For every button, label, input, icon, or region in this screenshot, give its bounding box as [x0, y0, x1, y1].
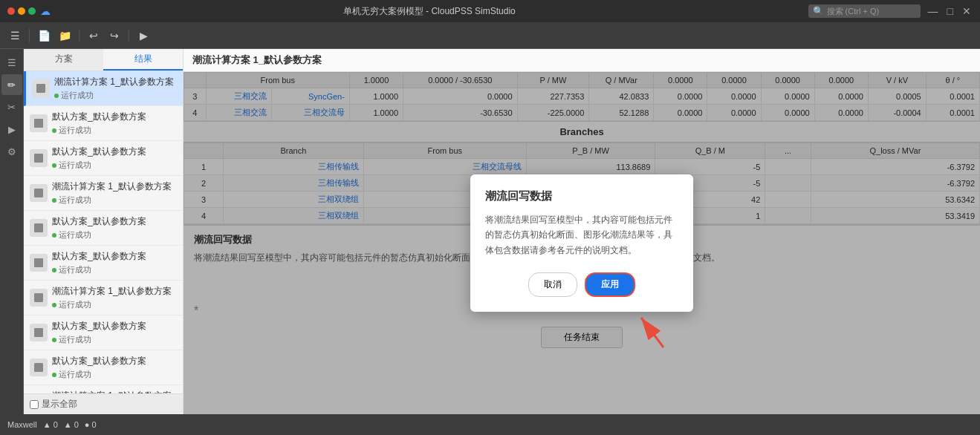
- tab-plan[interactable]: 方案: [24, 49, 103, 71]
- content-body: From bus 1.0000 0.0000 / -30.6530 P / MW…: [184, 72, 980, 414]
- open-button[interactable]: 📁: [56, 27, 74, 45]
- modal-title: 潮流回写数据: [485, 189, 678, 203]
- status-left: Maxwell ▲ 0 ▲ 0 ● 0: [7, 420, 97, 429]
- sidebar-item-status-3: 运行成功: [52, 194, 177, 206]
- search-bar[interactable]: 🔍: [808, 4, 921, 18]
- status-dot-7: [52, 338, 56, 342]
- status-dot-3: [52, 198, 56, 203]
- sidebar-item-1[interactable]: 默认方案_默认参数方案 运行成功: [24, 106, 183, 141]
- icon-bar: ☰ ✏ ✂ ▶ ⚙: [0, 49, 24, 414]
- sidebar-item-content-6: 潮流计算方案 1_默认参数方案 运行成功: [52, 285, 177, 310]
- sidebar-item-title-7: 默认方案_默认参数方案: [52, 320, 177, 333]
- sidebar-item-icon-0: [32, 79, 50, 97]
- icon-bar-scissors[interactable]: ✂: [1, 97, 22, 117]
- close-button[interactable]: ✕: [961, 5, 973, 17]
- status-dot-2: [52, 163, 56, 168]
- sidebar-item-icon-2: [30, 149, 48, 167]
- toolbar: ☰ 📄 📁 ↩ ↪ ▶: [0, 22, 980, 49]
- svg-rect-7: [34, 328, 43, 337]
- redo-button[interactable]: ↪: [106, 27, 123, 45]
- status-dot-6: [52, 303, 56, 307]
- sidebar-item-content-5: 默认方案_默认参数方案 运行成功: [52, 250, 177, 275]
- new-button[interactable]: 📄: [35, 27, 53, 45]
- svg-rect-5: [34, 258, 43, 267]
- title-bar-right: 🔍 — □ ✕: [808, 4, 973, 18]
- cancel-button[interactable]: 取消: [528, 272, 577, 297]
- sidebar-item-icon-7: [30, 324, 48, 341]
- sidebar-item-title-4: 默认方案_默认参数方案: [52, 215, 177, 228]
- sidebar-item-content-2: 默认方案_默认参数方案 运行成功: [52, 145, 177, 171]
- sidebar-item-content-8: 默认方案_默认参数方案 运行成功: [52, 355, 177, 380]
- sidebar-item-2[interactable]: 默认方案_默认参数方案 运行成功: [24, 141, 183, 176]
- sidebar-item-0[interactable]: 潮流计算方案 1_默认参数方案 运行成功: [24, 71, 183, 106]
- app-icon: ☁: [40, 5, 51, 17]
- sidebar-item-9[interactable]: 潮流计算方案 1_默认参数方案 运行成功: [24, 385, 183, 393]
- run-button[interactable]: ▶: [134, 27, 152, 45]
- sidebar-item-icon-4: [30, 219, 48, 237]
- close-dot[interactable]: [7, 7, 15, 15]
- badge-count-3: 0: [91, 420, 96, 429]
- maximize-dot[interactable]: [28, 7, 36, 15]
- menu-button[interactable]: ☰: [6, 27, 24, 45]
- content-header: 潮流计算方案 1_默认参数方案: [184, 49, 980, 72]
- sidebar-item-title-5: 默认方案_默认参数方案: [52, 250, 177, 263]
- sidebar-item-title-8: 默认方案_默认参数方案: [52, 355, 177, 367]
- sidebar-item-3[interactable]: 潮流计算方案 1_默认参数方案 运行成功: [24, 176, 183, 211]
- sidebar-item-title-0: 潮流计算方案 1_默认参数方案: [54, 76, 177, 88]
- sidebar-item-status-7: 运行成功: [52, 334, 177, 345]
- show-all-checkbox[interactable]: [30, 400, 39, 409]
- apply-button[interactable]: 应用: [585, 272, 635, 297]
- icon-bar-play[interactable]: ▶: [1, 119, 22, 140]
- modal-dialog: 潮流回写数据 将潮流结果回写至模型中，其内容可能包括元件的暂态仿真初始化断面、图…: [470, 174, 693, 312]
- sidebar-item-8[interactable]: 默认方案_默认参数方案 运行成功: [24, 350, 183, 385]
- svg-line-13: [641, 318, 663, 347]
- sidebar-item-5[interactable]: 默认方案_默认参数方案 运行成功: [24, 246, 183, 281]
- badge-icon-1: ▲: [43, 420, 51, 429]
- maximize-button[interactable]: □: [946, 5, 955, 17]
- modal-actions: 取消 应用: [485, 272, 678, 297]
- undo-button[interactable]: ↩: [85, 27, 103, 45]
- svg-rect-8: [34, 363, 43, 372]
- modal-description: 将潮流结果回写至模型中，其内容可能包括元件的暂态仿真初始化断面、图形化潮流结果等…: [485, 212, 678, 258]
- toolbar-sep-3: [129, 29, 129, 42]
- title-bar-left: ☁: [7, 5, 51, 17]
- icon-bar-menu[interactable]: ☰: [1, 52, 22, 73]
- main-layout: ☰ ✏ ✂ ▶ ⚙ 方案 结果 潮流计算方案 1_默认参数方案 运行成功: [0, 49, 980, 414]
- badge-icon-2: ▲: [64, 420, 72, 429]
- arrow-annotation: [626, 310, 671, 355]
- icon-bar-settings[interactable]: ⚙: [1, 141, 22, 162]
- status-dot-0: [54, 94, 59, 98]
- sidebar-item-content-1: 默认方案_默认参数方案 运行成功: [52, 111, 177, 136]
- badge-count-2: 0: [74, 420, 79, 429]
- sidebar-item-content-7: 默认方案_默认参数方案 运行成功: [52, 320, 177, 345]
- modal-overlay: 潮流回写数据 将潮流结果回写至模型中，其内容可能包括元件的暂态仿真初始化断面、图…: [184, 72, 980, 414]
- sidebar-item-7[interactable]: 默认方案_默认参数方案 运行成功: [24, 315, 183, 350]
- sidebar-item-icon-5: [30, 254, 48, 272]
- tab-result[interactable]: 结果: [103, 49, 183, 71]
- content-area: 潮流计算方案 1_默认参数方案 From bus 1.0000 0.0000 /…: [184, 49, 980, 414]
- sidebar-item-4[interactable]: 默认方案_默认参数方案 运行成功: [24, 211, 183, 246]
- badge-count-1: 0: [53, 420, 58, 429]
- toolbar-sep-1: [29, 29, 30, 42]
- status-dot-4: [52, 233, 56, 238]
- minimize-button[interactable]: —: [927, 5, 940, 17]
- icon-bar-edit[interactable]: ✏: [1, 74, 22, 95]
- window-controls: [7, 7, 36, 15]
- status-dot-8: [52, 373, 56, 377]
- svg-rect-3: [34, 189, 43, 197]
- sidebar-item-icon-8: [30, 359, 48, 376]
- sidebar-item-title-2: 默认方案_默认参数方案: [52, 145, 177, 158]
- status-badge-3: ● 0: [85, 420, 97, 429]
- sidebar-item-status-6: 运行成功: [52, 299, 177, 310]
- search-input[interactable]: [827, 7, 916, 16]
- sidebar-item-status-1: 运行成功: [52, 125, 177, 136]
- minimize-dot[interactable]: [18, 7, 25, 15]
- sidebar-item-title-6: 潮流计算方案 1_默认参数方案: [52, 285, 177, 298]
- window-title: 单机无穷大案例模型 - CloudPSS SimStudio: [343, 5, 516, 18]
- sidebar-item-icon-1: [30, 114, 48, 132]
- sidebar: 方案 结果 潮流计算方案 1_默认参数方案 运行成功: [24, 49, 184, 414]
- sidebar-item-content-4: 默认方案_默认参数方案 运行成功: [52, 215, 177, 241]
- status-bar: Maxwell ▲ 0 ▲ 0 ● 0: [0, 414, 980, 435]
- sidebar-item-6[interactable]: 潮流计算方案 1_默认参数方案 运行成功: [24, 281, 183, 315]
- toolbar-sep-2: [79, 29, 79, 42]
